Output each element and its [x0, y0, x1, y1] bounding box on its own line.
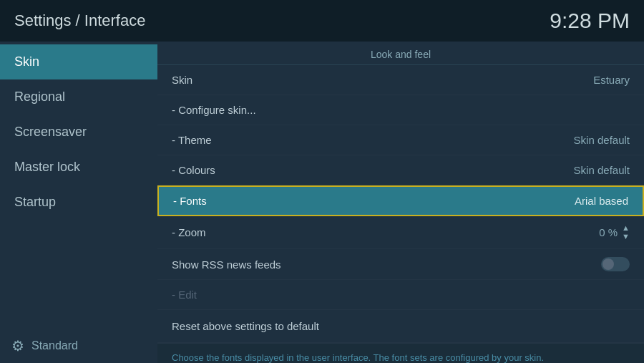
setting-value-theme: Skin default: [574, 134, 630, 146]
setting-row-colours[interactable]: - Colours Skin default: [157, 155, 644, 185]
setting-label-theme: - Theme: [172, 134, 212, 146]
setting-value-colours: Skin default: [574, 164, 630, 176]
setting-label-colours: - Colours: [172, 164, 215, 176]
zoom-down-icon[interactable]: ▼: [622, 233, 630, 241]
sidebar-item-masterlock[interactable]: Master lock: [0, 150, 157, 185]
setting-row-skin[interactable]: Skin Estuary: [157, 65, 644, 95]
clock: 9:28 PM: [550, 9, 630, 33]
setting-label-fonts: - Fonts: [173, 195, 207, 207]
setting-row-rss[interactable]: Show RSS news feeds: [157, 249, 644, 280]
sidebar-item-screensaver[interactable]: Screensaver: [0, 115, 157, 150]
setting-row-zoom[interactable]: - Zoom 0 % ▲ ▼: [157, 216, 644, 249]
setting-value-fonts: Arial based: [575, 195, 628, 207]
reset-button[interactable]: Reset above settings to default: [157, 310, 644, 343]
settings-level-label: Standard: [31, 339, 78, 352]
setting-row-configure-skin[interactable]: - Configure skin...: [157, 95, 644, 125]
setting-label-zoom: - Zoom: [172, 226, 206, 238]
setting-label-rss: Show RSS news feeds: [172, 258, 281, 271]
setting-row-theme[interactable]: - Theme Skin default: [157, 125, 644, 155]
setting-value-skin: Estuary: [593, 74, 630, 86]
setting-label-edit: - Edit: [172, 289, 197, 301]
setting-row-fonts[interactable]: - Fonts Arial based: [157, 185, 644, 216]
page-title: Settings / Interface: [14, 11, 145, 30]
gear-icon: ⚙: [11, 337, 24, 354]
setting-row-edit: - Edit: [157, 280, 644, 310]
header: Settings / Interface 9:28 PM: [0, 0, 644, 42]
zoom-arrows: ▲ ▼: [622, 224, 630, 241]
section-header: Look and feel: [157, 42, 644, 65]
settings-list: Skin Estuary - Configure skin... - Theme…: [157, 65, 644, 310]
sidebar: Skin Regional Screensaver Master lock St…: [0, 42, 157, 363]
sidebar-item-skin[interactable]: Skin: [0, 44, 157, 79]
zoom-up-icon[interactable]: ▲: [622, 224, 630, 232]
setting-value-zoom: 0 %: [599, 226, 618, 238]
setting-label-skin: Skin: [172, 74, 192, 86]
rss-toggle[interactable]: [601, 257, 630, 271]
sidebar-item-regional[interactable]: Regional: [0, 79, 157, 115]
main-layout: Skin Regional Screensaver Master lock St…: [0, 42, 644, 363]
reset-label: Reset above settings to default: [172, 320, 319, 332]
footer-hint: Choose the fonts displayed in the user i…: [157, 343, 644, 363]
settings-level[interactable]: ⚙ Standard: [0, 329, 157, 363]
zoom-controls[interactable]: 0 % ▲ ▼: [599, 224, 630, 241]
content-area: Look and feel Skin Estuary - Configure s…: [157, 42, 644, 363]
setting-label-configure-skin: - Configure skin...: [172, 104, 256, 116]
sidebar-item-startup[interactable]: Startup: [0, 185, 157, 220]
